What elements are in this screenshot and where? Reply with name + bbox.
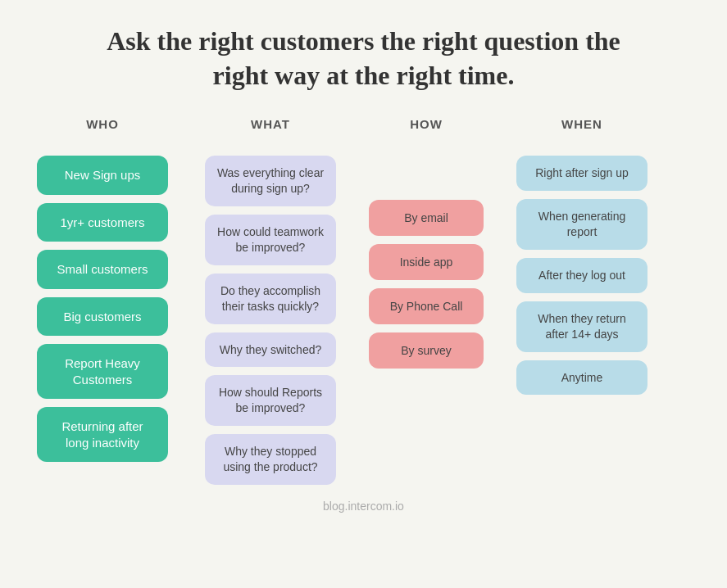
col-header-how: HOW bbox=[352, 117, 500, 142]
col-header-when: WHEN bbox=[500, 117, 664, 142]
what-item-2[interactable]: Do they accomplish their tasks quickly? bbox=[205, 274, 336, 324]
when-item-0[interactable]: Right after sign up bbox=[516, 156, 647, 191]
what-item-4[interactable]: How should Reports be improved? bbox=[205, 375, 336, 426]
what-item-0[interactable]: Was everything clear during sign up? bbox=[205, 156, 336, 206]
col-header-who: WHO bbox=[16, 117, 189, 142]
who-item-3[interactable]: Big customers bbox=[37, 297, 168, 337]
when-column: Right after sign up When generating repo… bbox=[500, 156, 664, 395]
who-column: New Sign ups 1yr+ customers Small custom… bbox=[16, 156, 189, 462]
who-item-5[interactable]: Returning after long inactivity bbox=[37, 407, 168, 462]
page-title: Ask the right customers the right questi… bbox=[77, 25, 651, 93]
how-item-3[interactable]: By Phone Call bbox=[369, 288, 484, 324]
what-item-5[interactable]: Why they stopped using the product? bbox=[205, 434, 336, 485]
how-item-4[interactable]: By survey bbox=[369, 332, 484, 369]
how-item-2[interactable]: Inside app bbox=[369, 244, 484, 280]
when-item-4[interactable]: Anytime bbox=[516, 360, 647, 396]
who-item-1[interactable]: 1yr+ customers bbox=[37, 203, 168, 242]
when-item-1[interactable]: When generating report bbox=[516, 199, 647, 250]
when-item-2[interactable]: After they log out bbox=[516, 258, 647, 293]
who-item-4[interactable]: Report Heavy Customers bbox=[37, 344, 168, 399]
what-item-1[interactable]: How could teamwork be improved? bbox=[205, 215, 336, 265]
what-item-3[interactable]: Why they switched? bbox=[205, 332, 336, 368]
how-item-1[interactable]: By email bbox=[369, 200, 484, 236]
what-column: Was everything clear during sign up? How… bbox=[189, 156, 352, 485]
when-item-3[interactable]: When they return after 14+ days bbox=[516, 301, 647, 352]
who-item-2[interactable]: Small customers bbox=[37, 250, 168, 289]
footer-text: blog.intercom.io bbox=[323, 500, 404, 513]
who-item-0[interactable]: New Sign ups bbox=[37, 156, 168, 195]
how-column: placeholder By email Inside app By Phone… bbox=[352, 156, 500, 413]
col-header-what: WHAT bbox=[189, 117, 352, 142]
